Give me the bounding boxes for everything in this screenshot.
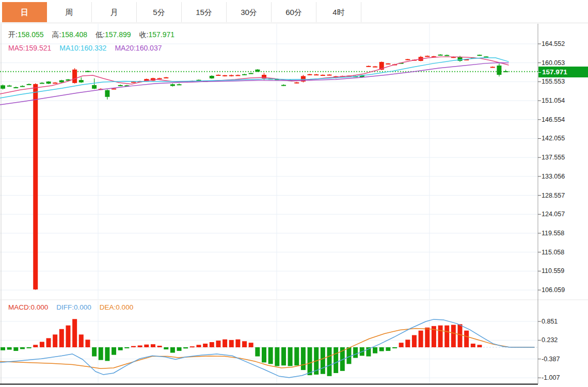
price-tick-label: 151.054 (542, 97, 565, 105)
candle-body (216, 75, 220, 76)
candle-body (157, 78, 162, 79)
candle-body (497, 66, 501, 75)
candle-body (53, 83, 57, 84)
price-tick-label: 160.053 (542, 59, 565, 67)
macd-histogram-bar (79, 334, 84, 347)
candle-body (484, 56, 488, 57)
macd-histogram-bar (405, 340, 410, 347)
macd-tick-label: -0.387 (542, 356, 560, 363)
tab-15min[interactable]: 15分 (182, 2, 227, 22)
candle-body (321, 75, 325, 76)
ohlc-readout: 开:158.055高:158.408低:157.899收:157.971 (8, 30, 183, 40)
tab-5min[interactable]: 5分 (137, 2, 182, 22)
ma-readout: MA5:159.521MA10:160.332MA20:160.037 (8, 44, 170, 52)
candle-body (249, 73, 253, 74)
ma-row-item: MA20:160.037 (115, 44, 162, 52)
macd-histogram-bar (438, 326, 443, 347)
readout-label: DIFF: (56, 303, 74, 311)
macd-histogram-bar (13, 347, 18, 351)
macd-row-item: MACD:0.000 (8, 303, 48, 311)
macd-histogram-bar (425, 328, 430, 347)
macd-histogram-bar (1, 347, 5, 350)
macd-histogram-bar (353, 347, 358, 358)
macd-histogram-bar (177, 347, 182, 351)
tab-4hour[interactable]: 4时 (316, 2, 361, 22)
candle-body (7, 86, 12, 87)
readout-label: MA10: (59, 44, 80, 52)
readout-label: 低: (96, 30, 105, 39)
last-price-badge: 157.971 (538, 67, 588, 77)
candle-body (72, 70, 77, 83)
price-tick-label: 142.055 (542, 135, 565, 142)
macd-histogram-bar (412, 335, 417, 347)
readout-label: MA5: (8, 44, 25, 52)
macd-histogram-bar (373, 347, 377, 353)
readout-label: 收: (139, 30, 149, 39)
price-tick-label: 124.057 (542, 211, 565, 218)
macd-histogram-bar (53, 334, 57, 347)
tab-week[interactable]: 周 (47, 2, 92, 22)
tab-30min[interactable]: 30分 (227, 2, 272, 22)
macd-histogram-bar (477, 345, 482, 347)
macd-histogram-bar (262, 347, 266, 362)
macd-histogram-bar (321, 347, 325, 374)
candle-body (92, 85, 97, 89)
readout-label: 开: (8, 30, 18, 39)
macd-histogram-bar (458, 324, 463, 347)
tab-month[interactable]: 月 (92, 2, 137, 22)
macd-histogram-bar (33, 345, 38, 347)
candle-body (229, 75, 234, 76)
macd-histogram-bar (223, 340, 227, 347)
macd-histogram-bar (112, 347, 116, 355)
macd-histogram-bar (124, 347, 129, 348)
candle-body (177, 84, 182, 85)
macd-histogram-bar (444, 326, 449, 347)
readout-value: 0.000 (116, 303, 133, 311)
candle-body (281, 85, 286, 86)
price-tick-label: 137.555 (542, 154, 565, 162)
macd-histogram-bar (105, 347, 109, 361)
candle-body (425, 56, 430, 57)
candle-body (1, 85, 5, 89)
macd-tick-label: 0.851 (542, 318, 558, 326)
candle-body (405, 59, 410, 60)
candle-body (477, 55, 482, 56)
macd-histogram-bar (288, 347, 293, 366)
macd-histogram-bar (157, 346, 162, 347)
macd-histogram-bar (210, 342, 214, 347)
candle-body (118, 85, 123, 86)
macd-row-item: DEA:0.000 (100, 303, 133, 311)
readout-value: 159.521 (25, 44, 52, 52)
candle-body (242, 74, 247, 75)
price-tick-label: 110.559 (542, 267, 564, 275)
macd-histogram-bar (99, 347, 103, 360)
tab-day[interactable]: 日 (2, 2, 47, 22)
macd-histogram-bar (7, 347, 12, 350)
chart-area: 开:158.055高:158.408低:157.899收:157.971 MA5… (0, 23, 588, 387)
candle-body (386, 63, 390, 64)
macd-row-item: DIFF:0.000 (56, 303, 91, 311)
candle-body (308, 74, 312, 75)
candle-body (46, 82, 51, 84)
timeframe-toolbar: 日周月5分15分30分60分4时 (0, 0, 588, 23)
tab-60min[interactable]: 60分 (272, 2, 316, 22)
candle-body (170, 84, 175, 86)
macd-histogram-bar (399, 343, 404, 347)
macd-histogram-bar (138, 345, 142, 347)
candle-body (85, 71, 90, 72)
ohlc-row-item: 低:157.899 (96, 30, 131, 39)
macd-histogram-bar (294, 347, 299, 365)
readout-value: 157.971 (148, 30, 174, 39)
ohlc-row-item: 开:158.055 (8, 30, 44, 39)
readout-label: MACD: (8, 303, 31, 311)
candle-body (59, 80, 64, 83)
price-tick-label: 133.056 (542, 173, 565, 181)
price-tick-label: 164.552 (542, 40, 565, 48)
macd-histogram-bar (379, 347, 384, 351)
macd-histogram-bar (92, 347, 97, 357)
macd-histogram-bar (255, 347, 260, 357)
candlestick-chart-canvas[interactable] (0, 23, 588, 387)
macd-histogram-bar (197, 345, 201, 347)
readout-value: 0.000 (31, 303, 49, 311)
macd-histogram-bar (59, 329, 64, 347)
